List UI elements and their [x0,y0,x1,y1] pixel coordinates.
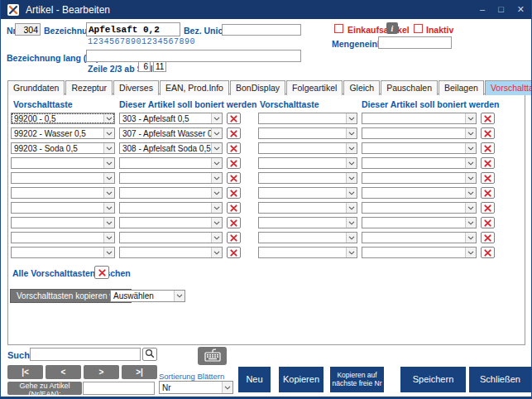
tab-grunddaten[interactable]: Grunddaten [7,80,65,95]
delete-row-button[interactable] [481,127,495,139]
speichern-button[interactable]: Speichern [400,367,466,392]
nav-first-button[interactable]: |< [7,365,43,379]
vorschalttaste-select[interactable] [258,247,357,258]
bez-unicode-field[interactable] [222,24,301,36]
tab-ean-prod-info[interactable]: EAN, Prod.Info [160,80,229,95]
vorschalttaste-select[interactable] [258,113,357,124]
tab-gleich[interactable]: Gleich [343,80,380,95]
artikel-select[interactable] [362,247,477,258]
delete-row-button[interactable] [227,232,241,243]
schliessen-button[interactable]: Schließen [469,367,531,392]
gehe-zu-artikel-input[interactable] [83,382,155,395]
delete-row-button[interactable] [481,232,495,243]
vorschalttaste-select[interactable] [11,187,115,199]
nav-last-button[interactable]: >| [122,365,157,379]
artikel-select[interactable] [119,217,223,228]
zeile3-stelle-field[interactable] [153,61,166,72]
vorschalttaste-select[interactable] [258,217,357,228]
artikel-select[interactable] [362,127,477,139]
kopieren-button[interactable]: Kopieren [279,367,324,392]
tab-pauschalen[interactable]: Pauschalen [381,80,438,95]
keyboard-button[interactable] [198,347,227,365]
delete-row-button[interactable] [227,172,241,184]
nav-next-button[interactable]: > [84,365,119,379]
vorschalttaste-select[interactable] [11,157,115,169]
vorschalttaste-select[interactable] [258,172,357,184]
tab-diverses[interactable]: Diverses [113,80,159,95]
vorschalttaste-select[interactable] [258,157,357,169]
vorschalttaste-select[interactable]: 99200 - 0,5 [11,113,115,124]
artikel-select[interactable] [119,247,223,258]
search-button[interactable] [142,348,157,361]
inaktiv-checkbox[interactable] [414,24,423,33]
tab-beilagen[interactable]: Beilagen [439,80,484,95]
mengeneinheit-field[interactable] [378,36,452,49]
vorschalttaste-select[interactable] [258,202,357,214]
artikel-select[interactable]: 307 - Apfelsaft Wasser 0,5 [119,127,223,139]
artikel-select[interactable] [362,142,477,154]
delete-row-button[interactable] [227,113,241,124]
maximize-button[interactable]: □ [498,0,504,19]
delete-row-button[interactable] [481,157,495,169]
artikel-select[interactable] [362,217,477,228]
bezeichnung-field[interactable] [86,22,180,36]
vorschalttaste-select[interactable] [11,202,115,214]
copy-from-select[interactable]: Auswählen [110,290,185,302]
neu-button[interactable]: Neu [238,367,271,392]
nav-previous-button[interactable]: < [46,365,81,379]
delete-row-button[interactable] [227,217,241,228]
delete-row-button[interactable] [481,217,495,228]
vorschalttaste-select[interactable] [258,232,357,243]
bezeichnung-lang-field[interactable] [86,50,301,62]
close-button[interactable]: ✕ [517,0,525,19]
delete-row-button[interactable] [227,247,241,258]
artikel-select[interactable] [362,232,477,243]
kopieren-naechste-freie-nr-button[interactable]: Kopieren auf nächste freie Nr [330,367,384,392]
artikel-select[interactable]: 303 - Apfelsaft 0,5 [119,113,223,124]
delete-row-button[interactable] [481,142,495,154]
einkaufsartikel-checkbox[interactable] [334,24,343,33]
artikel-select[interactable] [362,157,477,169]
nr-field[interactable] [15,23,41,36]
vorschalttaste-select[interactable] [11,217,115,228]
delete-row-button[interactable] [481,187,495,199]
artikel-select[interactable] [362,172,477,184]
sortierung-select[interactable]: Nr [159,381,233,394]
artikel-select[interactable]: 308 - Apfelsaft Soda 0,5 [119,142,223,154]
zeile2-stelle-field[interactable] [138,61,151,72]
vorschalttaste-select[interactable] [11,232,115,243]
delete-all-button[interactable] [94,266,109,279]
delete-row-button[interactable] [481,172,495,184]
vorschalttaste-select[interactable] [11,172,115,184]
delete-row-button[interactable] [481,202,495,214]
artikel-select[interactable] [362,202,477,214]
vorschalttaste-select[interactable]: 99202 - Wasser 0,5 [11,127,115,139]
tab-vorschalttasten[interactable]: Vorschalttasten [485,80,532,95]
artikel-select[interactable] [362,113,477,124]
delete-row-button[interactable] [481,113,495,124]
delete-row-button[interactable] [227,187,241,199]
delete-row-button[interactable] [227,157,241,169]
tab-folgeartikel[interactable]: Folgeartikel [286,80,343,95]
artikel-select[interactable] [119,202,223,214]
vorschalttaste-select[interactable] [11,247,115,258]
delete-row-button[interactable] [227,202,241,214]
vorschalttaste-select[interactable] [258,187,357,199]
tab-bondisplay[interactable]: BonDisplay [230,80,285,95]
vorschalttaste-select[interactable] [258,127,357,139]
suche-input[interactable] [30,348,141,361]
artikel-select[interactable] [119,172,223,184]
tab-rezeptur[interactable]: Rezeptur [65,80,113,95]
artikel-select[interactable] [119,232,223,243]
delete-row-button[interactable] [227,127,241,139]
gehe-zu-artikel-button[interactable]: Gehe zu Artikel (Nr/EAN): [7,382,82,395]
minimize-button[interactable]: – [480,0,485,19]
artikel-select[interactable] [119,157,223,169]
vorschalttaste-select[interactable]: 99203 - Soda 0,5 [11,142,115,154]
info-button[interactable]: i [386,22,398,34]
titlebar[interactable]: Artikel - Bearbeiten – □ ✕ [1,0,531,19]
delete-row-button[interactable] [227,142,241,154]
artikel-select[interactable] [362,187,477,199]
artikel-select[interactable] [119,187,223,199]
delete-row-button[interactable] [481,247,495,258]
